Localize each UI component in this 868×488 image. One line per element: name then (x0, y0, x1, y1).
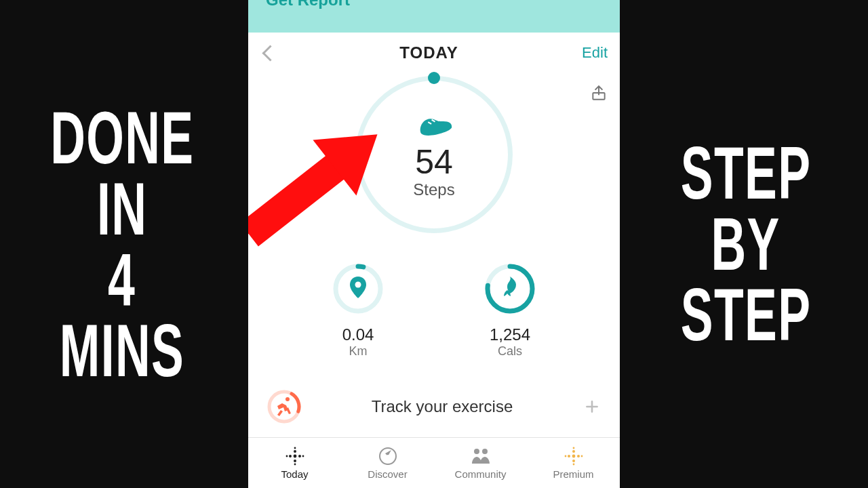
svg-point-9 (293, 455, 296, 458)
tab-community[interactable]: Community (434, 438, 527, 488)
dashboard-main: 54 Steps 0.04 Km (248, 73, 620, 439)
svg-point-17 (302, 455, 304, 458)
calories-label: Cals (498, 344, 522, 359)
svg-point-19 (387, 455, 389, 458)
svg-point-27 (572, 447, 574, 449)
nav-bar: TODAY Edit (248, 33, 620, 73)
tab-today[interactable]: Today (248, 438, 341, 488)
svg-point-8 (285, 397, 290, 401)
overlay-word: IN (97, 174, 147, 245)
flame-icon (501, 277, 519, 300)
svg-point-15 (294, 464, 296, 466)
overlay-word: MINS (60, 315, 184, 386)
track-exercise-row[interactable]: Track your exercise (248, 375, 620, 424)
steps-label: Steps (413, 180, 454, 199)
runner-icon (267, 390, 301, 424)
overlay-word: DONE (50, 102, 194, 174)
svg-point-10 (294, 450, 296, 453)
calories-value: 1,254 (490, 327, 530, 343)
distance-value: 0.04 (342, 327, 374, 343)
tab-label: Today (281, 468, 308, 480)
svg-point-23 (572, 450, 575, 453)
distance-stat[interactable]: 0.04 Km (311, 262, 406, 359)
svg-point-26 (577, 455, 580, 458)
steps-ring[interactable]: 54 Steps (355, 76, 513, 233)
overlay-word: STEP (681, 279, 811, 350)
report-banner[interactable]: Get Report (248, 0, 620, 33)
svg-point-28 (572, 464, 574, 466)
tab-discover[interactable]: Discover (341, 438, 434, 488)
tab-bar: Today Discover Community Premium (248, 437, 620, 488)
overlay-word: BY (711, 209, 781, 280)
share-icon[interactable] (590, 84, 608, 104)
svg-point-14 (294, 447, 296, 449)
overlay-word: 4 (108, 244, 136, 315)
svg-point-24 (572, 460, 575, 462)
svg-point-29 (564, 455, 566, 458)
svg-point-25 (568, 455, 570, 458)
svg-point-3 (355, 282, 361, 288)
left-overlay: DONE IN 4 MINS (0, 0, 244, 488)
exercise-row-text: Track your exercise (301, 397, 583, 416)
tab-premium[interactable]: Premium (527, 438, 620, 488)
svg-point-30 (580, 455, 583, 458)
svg-point-21 (482, 449, 488, 454)
calories-stat[interactable]: 1,254 Cals (462, 262, 557, 359)
pin-icon (350, 277, 366, 298)
tab-label: Premium (553, 468, 593, 480)
svg-point-20 (474, 449, 479, 454)
distance-label: Km (349, 344, 368, 359)
steps-value: 54 (415, 145, 453, 179)
plus-icon[interactable] (583, 398, 601, 415)
premium-tab-icon (564, 446, 584, 466)
community-tab-icon (469, 446, 492, 466)
phone-screen: Get Report TODAY Edit 54 Steps (248, 0, 620, 488)
svg-point-16 (285, 455, 288, 458)
overlay-word: STEP (681, 138, 811, 209)
tab-label: Discover (368, 468, 407, 480)
svg-point-22 (572, 455, 575, 458)
mini-stats-row: 0.04 Km 1,254 Cals (248, 262, 620, 359)
svg-point-11 (294, 460, 296, 462)
tab-label: Community (455, 468, 507, 480)
today-tab-icon (285, 446, 305, 466)
banner-text: Get Report (266, 0, 350, 8)
svg-point-12 (289, 455, 292, 458)
svg-point-13 (298, 455, 301, 458)
discover-tab-icon (378, 446, 398, 466)
page-title: TODAY (276, 43, 582, 62)
shoe-icon (412, 106, 456, 141)
edit-button[interactable]: Edit (582, 44, 608, 62)
right-overlay: STEP BY STEP (624, 0, 868, 488)
